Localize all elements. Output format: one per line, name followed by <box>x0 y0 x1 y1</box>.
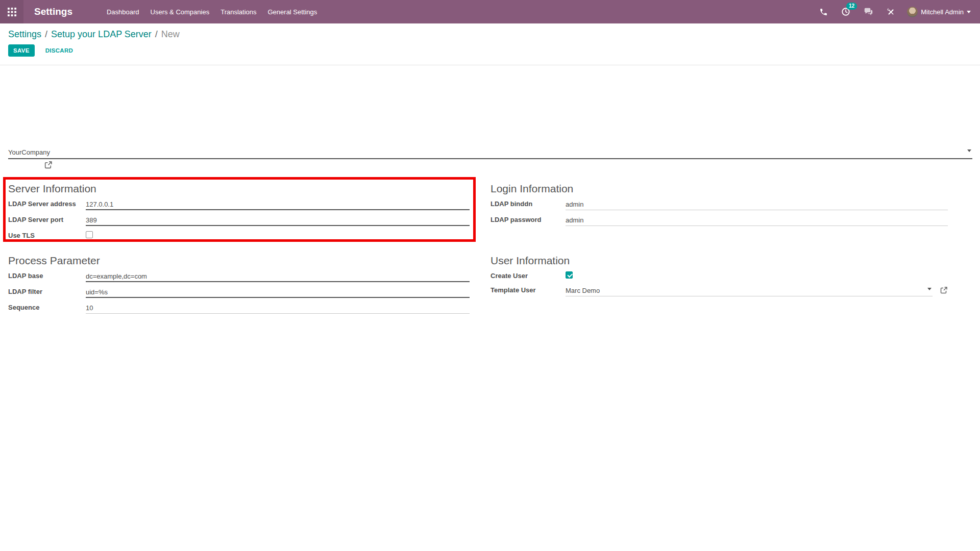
field-row-use-tls: Use TLS <box>8 231 470 240</box>
ldap-password-input[interactable] <box>566 217 948 226</box>
field-row-ldap-password: LDAP password <box>491 215 948 226</box>
field-row-ldap-binddn: LDAP binddn <box>491 199 948 210</box>
activities-button[interactable]: 12 <box>835 0 857 23</box>
navbar-systray: 12 <box>813 0 973 23</box>
developer-tools-icon <box>887 8 895 16</box>
section-title-process-parameter: Process Parameter <box>8 254 470 267</box>
chevron-down-icon[interactable] <box>967 149 971 152</box>
label-ldap-base: LDAP base <box>8 271 86 280</box>
field-row-sequence: Sequence <box>8 303 470 314</box>
apps-menu-button[interactable] <box>0 0 23 23</box>
company-field <box>8 147 972 159</box>
breadcrumb-settings[interactable]: Settings <box>8 29 41 39</box>
field-row-ldap-filter: LDAP filter <box>8 287 470 298</box>
user-name: Mitchell Admin <box>921 8 964 16</box>
chevron-down-icon <box>967 11 971 13</box>
user-menu[interactable]: Mitchell Admin <box>902 0 973 23</box>
create-user-checkbox[interactable] <box>566 271 573 279</box>
menu-item-general-settings[interactable]: General Settings <box>262 0 323 23</box>
field-row-create-user: Create User <box>491 271 948 281</box>
field-row-ldap-base: LDAP base <box>8 271 470 282</box>
breadcrumb-ldap-servers[interactable]: Setup your LDAP Server <box>51 29 152 39</box>
ldap-server-port-input[interactable] <box>86 217 470 226</box>
section-title-server-information: Server Information <box>8 182 470 195</box>
template-user-input[interactable] <box>566 287 933 296</box>
menu-item-dashboard[interactable]: Dashboard <box>101 0 145 23</box>
main-menu: Dashboard Users & Companies Translations… <box>101 0 323 23</box>
section-login-information: Login Information LDAP binddn LDAP passw… <box>491 182 948 231</box>
discard-button[interactable]: DISCARD <box>41 45 78 56</box>
chevron-down-icon[interactable] <box>927 288 932 290</box>
template-user-external-link-button[interactable] <box>940 286 948 294</box>
ldap-binddn-input[interactable] <box>566 201 948 210</box>
label-ldap-binddn: LDAP binddn <box>491 199 566 208</box>
menu-item-translations[interactable]: Translations <box>215 0 262 23</box>
label-create-user: Create User <box>491 271 566 280</box>
app-title[interactable]: Settings <box>34 6 72 17</box>
label-ldap-server-address: LDAP Server address <box>8 199 86 208</box>
label-ldap-server-port: LDAP Server port <box>8 215 86 224</box>
control-panel: Settings/Setup your LDAP Server/New SAVE… <box>0 23 980 65</box>
user-avatar <box>907 7 918 17</box>
apps-grid-icon <box>8 8 16 16</box>
label-ldap-filter: LDAP filter <box>8 287 86 296</box>
top-navbar: Settings Dashboard Users & Companies Tra… <box>0 0 980 23</box>
messages-button[interactable] <box>857 0 880 23</box>
use-tls-checkbox[interactable] <box>86 231 93 238</box>
section-server-information: Server Information LDAP Server address L… <box>8 182 470 245</box>
form-buttons: SAVE DISCARD <box>8 44 972 57</box>
company-input[interactable] <box>8 148 972 159</box>
label-sequence: Sequence <box>8 303 86 312</box>
label-template-user: Template User <box>491 286 566 294</box>
external-link-icon <box>940 286 948 294</box>
external-link-icon <box>44 161 53 169</box>
developer-tools-button[interactable] <box>880 0 902 23</box>
odoo-app: Settings Dashboard Users & Companies Tra… <box>0 0 980 551</box>
section-user-information: User Information Create User Template Us… <box>491 254 948 302</box>
voip-phone-button[interactable] <box>813 0 835 23</box>
sequence-input[interactable] <box>86 305 470 314</box>
section-title-login-information: Login Information <box>491 182 948 195</box>
field-row-template-user: Template User <box>491 286 948 296</box>
breadcrumb-current: New <box>161 29 180 39</box>
ldap-base-input[interactable] <box>86 273 470 282</box>
field-row-ldap-server-address: LDAP Server address <box>8 199 470 210</box>
section-process-parameter: Process Parameter LDAP base LDAP filter … <box>8 254 470 319</box>
field-row-ldap-server-port: LDAP Server port <box>8 215 470 226</box>
form-sheet: Server Information LDAP Server address L… <box>0 66 980 551</box>
ldap-server-address-input[interactable] <box>86 201 470 210</box>
phone-icon <box>819 8 828 16</box>
menu-item-users-companies[interactable]: Users & Companies <box>145 0 215 23</box>
breadcrumb-separator: / <box>45 29 47 39</box>
breadcrumb-separator: / <box>155 29 158 39</box>
label-use-tls: Use TLS <box>8 231 86 240</box>
save-button[interactable]: SAVE <box>8 44 35 57</box>
company-external-link-button[interactable] <box>44 161 53 169</box>
chat-bubbles-icon <box>864 8 873 16</box>
section-title-user-information: User Information <box>491 254 948 267</box>
activity-count-badge: 12 <box>846 3 857 10</box>
ldap-filter-input[interactable] <box>86 289 470 298</box>
label-ldap-password: LDAP password <box>491 215 566 224</box>
breadcrumb: Settings/Setup your LDAP Server/New <box>8 29 972 40</box>
